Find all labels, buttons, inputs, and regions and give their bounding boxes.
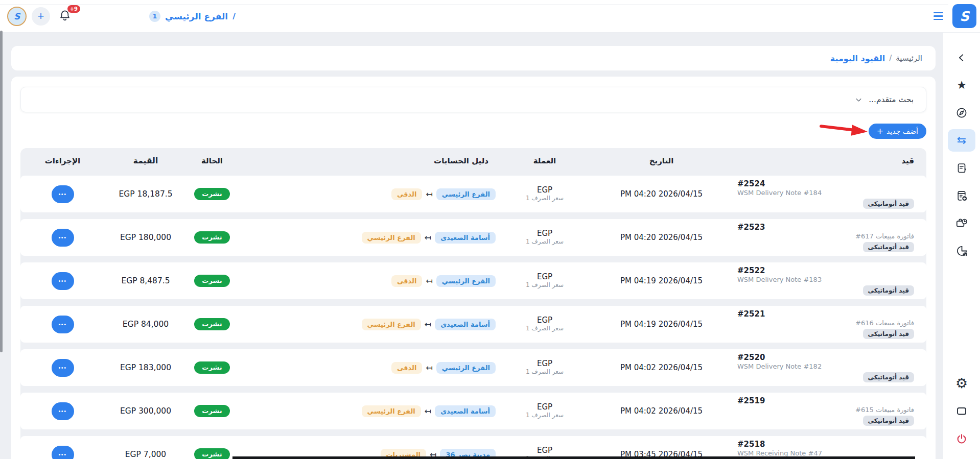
app-logo[interactable]: S (952, 4, 976, 28)
entry-value: EGP 84,000 (105, 320, 186, 329)
automatic-entry-badge: قيد أتوماتيكى (863, 416, 914, 426)
account-to-badge[interactable]: الفرع الرئيسي (436, 188, 496, 200)
currency-cell: EGP سعر الصرف 1 (504, 273, 586, 289)
status-badge: نشرت (194, 231, 229, 244)
actions-cell: ••• (20, 185, 105, 203)
row-actions-button[interactable]: ••• (52, 446, 74, 459)
journal-entries-card: بحث متقدم... + أضف جديد قيد التاري (11, 77, 936, 459)
branch-selector[interactable]: 1 الفرع الرئيسي / (149, 11, 236, 22)
account-from-badge[interactable]: الدقى (391, 275, 423, 287)
chevron-left-icon (956, 52, 967, 63)
entry-date: PM 04:02 2026/04/15 (586, 363, 737, 372)
page-title: القيود اليومية (830, 54, 885, 63)
account-to-badge[interactable]: الفرع الرئيسي (436, 275, 496, 287)
invoice-return-icon (955, 189, 968, 202)
breadcrumb: الرئيسية / القيود اليومية (11, 46, 936, 70)
advanced-search-toggle[interactable]: بحث متقدم... (20, 87, 926, 112)
row-actions-button[interactable]: ••• (52, 402, 74, 420)
entry-reference: فاتورة مبيعات 616# (737, 319, 914, 327)
currency-code: EGP (504, 229, 586, 238)
account-from-badge[interactable]: الدقى (391, 188, 423, 200)
star-icon: ★ (956, 80, 967, 91)
hamburger-menu-icon[interactable] (934, 12, 943, 20)
account-to-badge[interactable]: أسامة الصعيدى (435, 405, 496, 417)
sidebar-item-window[interactable] (948, 403, 975, 419)
breadcrumb-separator: / (889, 54, 892, 63)
sidebar-item-settings[interactable]: ⚙ (948, 375, 975, 391)
currency-cell: EGP سعر الصرف 1 (504, 186, 586, 202)
header-date: التاريخ (586, 156, 737, 165)
vertical-scrollbar[interactable] (0, 31, 3, 352)
actions-cell: ••• (20, 272, 105, 290)
table-row[interactable]: #2523 فاتورة مبيعات 617# قيد أتوماتيكى P… (20, 219, 926, 256)
table-row[interactable]: #2521 فاتورة مبيعات 616# قيد أتوماتيكى P… (20, 306, 926, 343)
status-badge: نشرت (194, 405, 229, 417)
add-new-button[interactable]: + أضف جديد (869, 124, 926, 139)
account-from-badge[interactable]: الفرع الرئيسي (362, 232, 421, 244)
row-actions-button[interactable]: ••• (52, 272, 74, 290)
sidebar-item-work-history[interactable] (948, 215, 975, 231)
quick-add-button[interactable]: + (32, 7, 50, 26)
account-to-badge[interactable]: أسامة الصعيدى (435, 319, 496, 330)
entry-number: #2522 (737, 266, 914, 275)
exchange-rate: سعر الصرف 1 (504, 238, 586, 246)
entry-number: #2518 (737, 440, 914, 449)
sidebar-item-collapse[interactable] (948, 50, 975, 65)
window-edge-divider (0, 5, 948, 5)
sidebar-item-logout[interactable] (948, 431, 975, 447)
sidebar-item-explore[interactable] (948, 105, 975, 120)
entry-date: PM 04:19 2026/04/15 (586, 320, 737, 329)
sidebar-item-receipts[interactable] (948, 160, 975, 176)
table-row[interactable]: #2520 WSM Delivery Note #182 قيد أتوماتي… (20, 349, 926, 386)
breadcrumb-parent[interactable]: الرئيسية (896, 54, 922, 63)
entry-value: EGP 7,000 (105, 450, 186, 459)
actions-cell: ••• (20, 316, 105, 333)
row-actions-button[interactable]: ••• (52, 359, 74, 377)
entry-value: EGP 180,000 (105, 233, 186, 242)
entry-number: #2521 (737, 309, 914, 319)
entry-cell: #2520 WSM Delivery Note #182 قيد أتوماتي… (737, 353, 926, 382)
notifications-button[interactable]: +9 (58, 9, 74, 24)
wallet-receipt-icon (955, 162, 968, 174)
row-actions-button[interactable]: ••• (52, 185, 74, 203)
entry-reference: WSM Delivery Note #184 (737, 188, 914, 197)
account-to-badge[interactable]: الفرع الرئيسي (436, 362, 496, 374)
arrow-from-bar-icon: ↤ (426, 363, 432, 373)
currency-cell: EGP سعر الصرف 1 (504, 403, 586, 419)
branch-separator: / (232, 11, 236, 21)
sidebar-item-journal-entries[interactable] (948, 129, 975, 152)
status-badge: نشرت (194, 318, 229, 330)
actions-cell: ••• (20, 359, 105, 377)
header-entry: قيد (737, 156, 926, 165)
chevron-down-icon (855, 96, 862, 104)
table-row[interactable]: #2519 فاتورة مبيعات 615# قيد أتوماتيكى P… (20, 393, 926, 429)
account-from-badge[interactable]: الفرع الرئيسي (362, 319, 421, 330)
account-from-badge[interactable]: الدقى (391, 362, 423, 374)
account-from-badge[interactable]: الفرع الرئيسي (362, 405, 421, 417)
accounts-cell: أسامة الصعيدى ↤ الفرع الرئيسي (329, 232, 504, 244)
actions-cell: ••• (20, 229, 105, 247)
table-row[interactable]: #2524 WSM Delivery Note #184 قيد أتوماتي… (20, 176, 926, 212)
sidebar-item-invoice-return[interactable] (948, 188, 975, 203)
sidebar-bottom-group: ⚙ (948, 375, 975, 459)
logo-letter: S (960, 9, 969, 24)
currency-code: EGP (504, 446, 586, 455)
row-actions-button[interactable]: ••• (52, 229, 74, 247)
sidebar-item-reports[interactable] (948, 243, 975, 258)
user-avatar[interactable]: S (7, 7, 27, 26)
entry-value: EGP 300,000 (105, 406, 186, 416)
row-actions-button[interactable]: ••• (52, 316, 74, 333)
table-row[interactable]: #2522 WSM Delivery Note #183 قيد أتوماتي… (20, 262, 926, 299)
table-row[interactable]: #2518 WSM Receiving Note #47 قيد أتوماتي… (20, 436, 926, 459)
exchange-rate: سعر الصرف 1 (504, 195, 586, 202)
status-cell: نشرت (186, 448, 238, 459)
currency-code: EGP (504, 403, 586, 412)
plus-icon: + (877, 127, 883, 135)
plus-icon: + (38, 11, 44, 22)
automatic-entry-badge: قيد أتوماتيكى (863, 199, 914, 209)
sidebar-item-favorites[interactable]: ★ (948, 78, 975, 93)
status-badge: نشرت (194, 448, 229, 459)
account-to-badge[interactable]: أسامة الصعيدى (435, 232, 496, 244)
entry-number: #2524 (737, 179, 914, 188)
arrow-from-bar-icon: ↤ (425, 233, 431, 243)
